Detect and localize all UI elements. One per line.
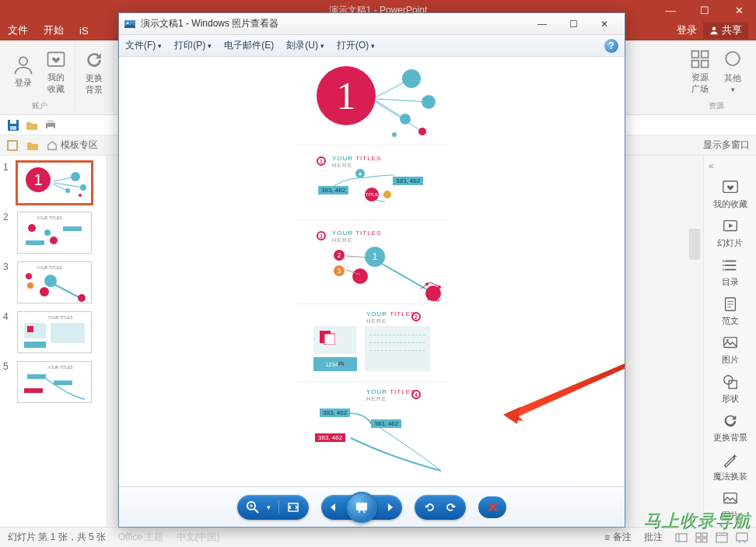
ribbon-resource-button[interactable]: 资源 广场 bbox=[686, 45, 714, 98]
ppt-menu-login[interactable]: 登录 bbox=[677, 23, 697, 37]
svg-point-47 bbox=[722, 269, 723, 271]
rp-shapes[interactable]: 形状 bbox=[721, 373, 740, 405]
svg-point-23 bbox=[44, 230, 51, 236]
svg-point-1 bbox=[19, 57, 28, 65]
ribbon-login-button[interactable]: 登录 bbox=[9, 51, 37, 92]
svg-point-84 bbox=[439, 286, 441, 289]
thumbnail-slide: YOUR TITLES bbox=[17, 212, 92, 254]
page-icon[interactable] bbox=[6, 139, 19, 152]
editor-scrollbar[interactable] bbox=[689, 229, 700, 260]
bullet-1-icon: 1 bbox=[317, 231, 326, 240]
svg-point-0 bbox=[712, 27, 716, 31]
svg-marker-88 bbox=[506, 360, 625, 421]
viewer-menu-file[interactable]: 文件(F)▾ bbox=[125, 39, 162, 52]
thumbnail-2[interactable]: 2 YOUR TITLES bbox=[3, 212, 103, 254]
data-badge: 383, 462 bbox=[393, 177, 423, 185]
svg-rect-56 bbox=[723, 493, 737, 503]
svg-rect-63 bbox=[716, 533, 727, 542]
save-icon[interactable] bbox=[6, 118, 20, 132]
thumbnail-1[interactable]: 1 1 bbox=[3, 162, 103, 204]
rotate-cw-button[interactable] bbox=[444, 501, 457, 514]
viewer-menu-print[interactable]: 打印(P)▾ bbox=[174, 39, 212, 52]
ppt-minimize-button[interactable]: — bbox=[653, 0, 688, 20]
bullet-4-icon: 4 bbox=[411, 390, 421, 399]
svg-rect-55 bbox=[729, 380, 737, 388]
status-notes[interactable]: ≡ 备注 bbox=[604, 531, 632, 544]
rp-magic[interactable]: 魔法换装 bbox=[713, 451, 747, 482]
rp-images[interactable]: 图片 bbox=[721, 335, 740, 366]
bullet-1-icon: 1 bbox=[317, 156, 326, 166]
rotate-ccw-button[interactable] bbox=[424, 501, 436, 514]
svg-rect-12 bbox=[47, 120, 54, 123]
ppt-menu-home[interactable]: 开始 bbox=[44, 23, 64, 37]
rp-change-bg[interactable]: 更换背景 bbox=[713, 412, 747, 444]
preview-icon bbox=[24, 222, 86, 253]
ribbon-other-button[interactable]: 其他 ▾ bbox=[719, 46, 747, 96]
view-slideshow-icon[interactable] bbox=[736, 531, 748, 544]
svg-point-53 bbox=[726, 339, 728, 342]
svg-rect-14 bbox=[8, 141, 17, 150]
rp-favorites[interactable]: 我的收藏 bbox=[713, 179, 747, 210]
status-comments[interactable]: 批注 bbox=[644, 531, 663, 544]
thumbnail-3[interactable]: 3 YOUR TITLES bbox=[3, 261, 103, 303]
svg-rect-35 bbox=[27, 326, 33, 332]
rp-slideshow[interactable]: 幻灯片 bbox=[717, 218, 743, 249]
bullet-2-icon: 2 bbox=[411, 312, 421, 321]
svg-point-24 bbox=[50, 237, 58, 244]
ribbon-change-bg-button[interactable]: 更换 背景 bbox=[80, 46, 108, 99]
viewer-menu-burn[interactable]: 刻录(U)▾ bbox=[286, 39, 324, 52]
folder-open-icon[interactable] bbox=[25, 118, 39, 132]
viewer-title-text: 演示文稿1 - Windows 照片查看器 bbox=[141, 17, 278, 30]
view-reading-icon[interactable] bbox=[716, 531, 728, 544]
grid-icon bbox=[689, 48, 711, 70]
template-area-button[interactable]: 模板专区 bbox=[47, 139, 98, 152]
thumbnail-4[interactable]: 4 YOUR TITLES bbox=[3, 311, 103, 353]
rp-model[interactable]: 范文 bbox=[721, 296, 740, 327]
play-slideshow-button[interactable] bbox=[346, 492, 377, 523]
svg-point-28 bbox=[27, 282, 33, 289]
viewer-minimize-button[interactable]: — bbox=[527, 16, 558, 32]
last-button[interactable] bbox=[385, 501, 397, 514]
rp-toc[interactable]: 目录 bbox=[721, 257, 740, 288]
thumbnail-slide: YOUR TITLES bbox=[17, 261, 92, 303]
ribbon-favorites-button[interactable]: 我的 收藏 bbox=[42, 45, 70, 98]
red-arrow-annotation bbox=[500, 354, 625, 447]
delete-button[interactable]: ✕ bbox=[478, 496, 506, 518]
svg-point-45 bbox=[722, 261, 723, 262]
svg-point-76 bbox=[400, 114, 411, 124]
first-button[interactable] bbox=[326, 501, 338, 514]
zoom-button[interactable] bbox=[247, 501, 259, 514]
strip-slide-3: 1 YOUR TITLES HERE 2 3 1 bbox=[296, 220, 449, 304]
ppt-menu-is[interactable]: iS bbox=[79, 25, 89, 37]
ppt-maximize-button[interactable]: ☐ bbox=[688, 0, 722, 20]
chevron-down-icon[interactable]: ▾ bbox=[267, 503, 271, 511]
strip-slide-5: YOUR TITLES HERE 4 383, 462 383, 462 383… bbox=[296, 382, 449, 485]
ppt-close-button[interactable]: ✕ bbox=[722, 0, 756, 20]
thumbnail-5[interactable]: 5 YOUR TITLES bbox=[3, 361, 103, 403]
refresh-icon bbox=[83, 49, 105, 71]
ribbon-group-resource: 资源 广场 其他 ▾ 资源 bbox=[681, 44, 751, 111]
svg-line-91 bbox=[254, 509, 258, 513]
viewer-menu-email[interactable]: 电子邮件(E) bbox=[224, 39, 274, 52]
svg-rect-26 bbox=[26, 240, 44, 245]
fit-window-button[interactable] bbox=[287, 501, 299, 514]
ppt-menu-file[interactable]: 文件 bbox=[8, 23, 28, 37]
viewer-menu-open[interactable]: 打开(O)▾ bbox=[337, 39, 375, 52]
status-slide-info: 幻灯片 第 1 张，共 5 张 bbox=[8, 531, 106, 544]
connector-network-icon bbox=[343, 251, 449, 303]
rp-pic[interactable]: 图片 bbox=[721, 490, 740, 521]
multiwindow-button[interactable]: 显示多窗口 bbox=[703, 139, 750, 152]
help-icon[interactable]: ? bbox=[604, 39, 618, 53]
heart-icon bbox=[45, 48, 67, 70]
view-normal-icon[interactable] bbox=[675, 531, 688, 544]
viewer-maximize-button[interactable]: ☐ bbox=[558, 16, 589, 32]
collapse-panel-icon[interactable]: « bbox=[709, 160, 714, 171]
folder-icon[interactable] bbox=[26, 139, 39, 152]
viewer-close-button[interactable]: ✕ bbox=[589, 16, 620, 32]
delete-x-icon: ✕ bbox=[487, 499, 499, 516]
svg-rect-5 bbox=[692, 60, 699, 67]
ppt-menu-share[interactable]: 共享 bbox=[703, 22, 748, 39]
view-sorter-icon[interactable] bbox=[695, 531, 708, 544]
print-icon[interactable] bbox=[44, 118, 58, 132]
svg-rect-25 bbox=[63, 226, 82, 231]
